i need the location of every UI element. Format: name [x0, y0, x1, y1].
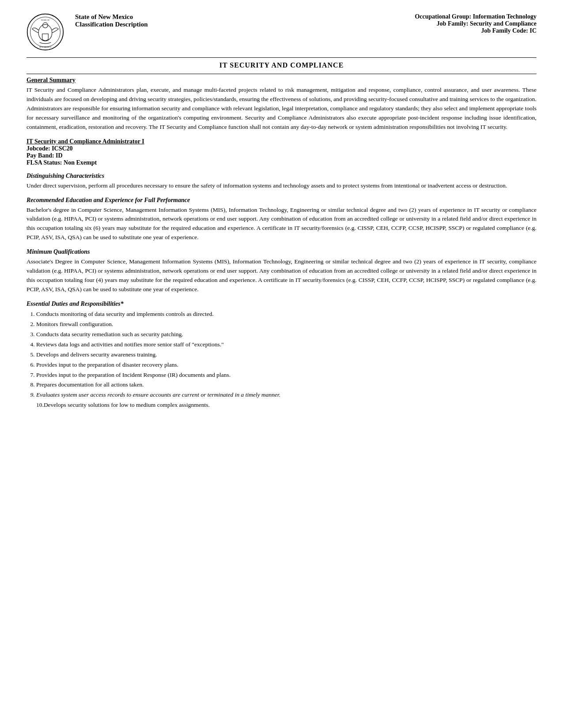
duty-item-2: Monitors firewall configuration. [36, 319, 537, 330]
general-summary-text: IT Security and Compliance Administrator… [26, 86, 537, 132]
main-title: IT SECURITY AND COMPLIANCE [26, 61, 537, 69]
minimum-qualifications-title: Minimum Qualifications [26, 248, 537, 255]
page: NEW MEXICO STATE OF State of New Mexico … [0, 0, 563, 728]
duty-item-3: Conducts data security remediation such … [36, 330, 537, 340]
svg-point-3 [43, 23, 48, 28]
distinguishing-title: Distinguishing Characteristics [26, 173, 537, 180]
title-divider [26, 74, 537, 74]
duty-item-1: Conducts monitoring of data security and… [36, 309, 537, 319]
distinguishing-section: Distinguishing Characteristics Under dir… [26, 173, 537, 191]
recommended-education-title: Recommended Education and Experience for… [26, 197, 537, 204]
duty-item-4: Reviews data logs and activities and not… [36, 340, 537, 350]
job-family: Job Family: Security and Compliance [415, 20, 537, 27]
job-flsa-1: FLSA Status: Non Exempt [26, 159, 537, 166]
state-title: State of New Mexico [75, 13, 415, 21]
svg-point-2 [38, 25, 52, 41]
job-family-code: Job Family Code: IC [415, 27, 537, 34]
essential-duties-title: Essential Duties and Responsibilities* [26, 300, 537, 308]
job-block-1: IT Security and Compliance Administrator… [26, 138, 537, 166]
general-summary-title: General Summary [26, 77, 537, 84]
duty-item-8: Prepares documentation for all actions t… [36, 380, 537, 390]
general-summary-section: General Summary IT Security and Complian… [26, 77, 537, 132]
recommended-education-text: Bachelor's degree in Computer Science, M… [26, 206, 537, 243]
header-right: Occupational Group: Information Technolo… [415, 13, 537, 34]
classification-title: Classification Description [75, 21, 415, 28]
job-title-1: IT Security and Compliance Administrator… [26, 138, 537, 145]
duty-item-7: Provides input to the preparation of Inc… [36, 370, 537, 380]
svg-point-1 [30, 17, 60, 47]
essential-duties-section: Essential Duties and Responsibilities* C… [26, 300, 537, 410]
header: NEW MEXICO STATE OF State of New Mexico … [26, 13, 537, 53]
recommended-education-section: Recommended Education and Experience for… [26, 197, 537, 243]
job-jobcode-1: Jobcode: ICSC20 [26, 145, 537, 152]
distinguishing-text: Under direct supervision, perform all pr… [26, 181, 537, 191]
minimum-qualifications-section: Minimum Qualifications Associate's Degre… [26, 248, 537, 294]
header-left: State of New Mexico Classification Descr… [75, 13, 415, 28]
duty-item-6: Provides input to the preparation of dis… [36, 360, 537, 370]
occupational-group: Occupational Group: Information Technolo… [415, 13, 537, 20]
state-seal-icon: NEW MEXICO STATE OF [26, 13, 64, 51]
essential-duties-list: Conducts monitoring of data security and… [26, 309, 537, 410]
svg-text:STATE OF: STATE OF [41, 19, 50, 21]
svg-text:NEW MEXICO: NEW MEXICO [39, 46, 51, 48]
duty-item-5: Develops and delivers security awareness… [36, 350, 537, 360]
duty-item-9: Evaluates system user access records to … [36, 390, 537, 400]
job-payband-1: Pay Band: ID [26, 152, 537, 159]
duty-item-10: 10.Develops security solutions for low t… [26, 400, 537, 410]
logo-container: NEW MEXICO STATE OF [26, 13, 66, 53]
header-divider [26, 57, 537, 58]
minimum-qualifications-text: Associate's Degree in Computer Science, … [26, 257, 537, 294]
